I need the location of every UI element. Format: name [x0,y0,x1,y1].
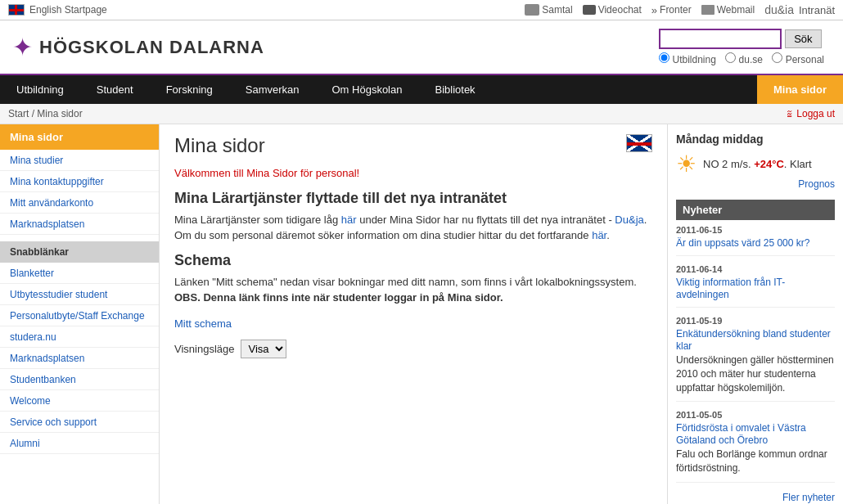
sidebar-link-blanketter[interactable]: Blanketter [10,268,54,279]
news-item-0: 2011-06-15 Är din uppsats värd 25 000 kr… [676,225,835,256]
section2-paragraph: Länken "Mitt schema" nedan visar bokning… [174,274,652,306]
sidebar: Mina sidor Mina studier Mina kontaktuppg… [0,124,160,504]
nav-bibliotek[interactable]: Bibliotek [418,75,491,104]
sidebar-item-studentbanken[interactable]: Studentbanken [0,369,159,390]
news-item-2: 2011-05-19 Enkätundersökning bland stude… [676,316,835,402]
fler-nyheter-link[interactable]: Fler nyheter [782,492,835,503]
visningslage-label: Visningsläge [174,343,234,355]
sidebar-link-service[interactable]: Service och support [10,416,97,428]
sidebar-link-kontakt[interactable]: Mina kontaktuppgifter [10,176,104,187]
schema-link[interactable]: Mitt schema [174,317,232,330]
news-link-1[interactable]: Viktig information från IT-avdelningen [676,277,785,300]
intranat-link[interactable]: du&ia Intranät [764,3,835,16]
har1-link[interactable]: här [341,214,357,226]
samtal-label: Samtal [542,4,572,16]
sidebar-link-alumni[interactable]: Alumni [10,438,40,449]
right-sidebar: Måndag middag ☀ NO 2 m/s. +24°C. Klart P… [667,124,843,504]
news-text-2: Undersökningen gäller höstterminen 2010 … [676,353,835,394]
webmail-label: Webmail [717,4,755,16]
search-area: Sök Utbildning du.se Personal [659,29,831,65]
section2-bold: OBS. Denna länk finns inte när studenter… [174,291,503,304]
nav-mina-sidor-active[interactable]: Mina sidor [757,75,843,104]
sidebar-item-personalutbyte[interactable]: Personalutbyte/Staff Exchange [0,305,159,326]
news-text-3: Falu och Borlänge kommun ordnar förtidsr… [676,448,835,475]
radio-du-se[interactable] [725,52,736,63]
duoja-link[interactable]: Du&ja [615,214,643,226]
sidebar-link-welcome[interactable]: Welcome [10,395,51,407]
section1-paragraph: Mina Lärartjänster som tidigare låg här … [174,212,652,244]
sidebar-item-marknadsplatsen[interactable]: Marknadsplatsen [0,214,159,235]
logout-label: Logga ut [796,108,835,119]
search-button[interactable]: Sök [785,29,821,48]
sidebar-item-marknadsplatsen2[interactable]: Marknadsplatsen [0,348,159,369]
har2-link[interactable]: här [592,229,606,241]
sidebar-item-blanketter[interactable]: Blanketter [0,263,159,284]
nav-samverkan[interactable]: Samverkan [229,75,316,104]
radio-utbildning[interactable] [659,52,669,63]
webmail-link[interactable]: Webmail [701,4,755,16]
news-link-2[interactable]: Enkätundersökning bland studenter klar [676,328,831,352]
users-icon [525,4,539,16]
sidebar-item-service[interactable]: Service och support [0,412,159,433]
temp-label: +24°C [754,158,784,170]
sidebar-item-welcome[interactable]: Welcome [0,390,159,412]
nav-om-hogskolan[interactable]: Om Högskolan [315,75,418,104]
breadcrumb-path: Start / Mina sidor [8,108,83,119]
sidebar-link-marknadsplatsen[interactable]: Marknadsplatsen [10,218,84,230]
search-input[interactable] [659,29,782,49]
news-link-3[interactable]: Förtidsrösta i omvalet i Västra Götaland… [676,422,806,446]
logout-link[interactable]: ⩰ Logga ut [787,107,835,120]
main-layout: Mina sidor Mina studier Mina kontaktuppg… [0,124,843,504]
radio-du-se-label[interactable]: du.se [725,54,765,65]
news-link-0[interactable]: Är din uppsats värd 25 000 kr? [676,237,809,249]
logout-icon: ⩰ [787,107,793,120]
topbar-right: Samtal Videochat » Fronter Webmail du&ia… [525,3,835,16]
sidebar-link-utbytesstudier[interactable]: Utbytesstudier student [10,289,107,300]
english-startpage-link[interactable]: English Startpage [29,4,107,16]
weather-info: NO 2 m/s. +24°C. Klart [703,158,812,170]
sidebar-link-anvandarkonto[interactable]: Mitt användarkonto [10,197,93,209]
videochat-link[interactable]: Videochat [583,4,642,16]
sidebar-item-alumni[interactable]: Alumni [0,433,159,454]
weather-content: ☀ NO 2 m/s. +24°C. Klart [676,151,835,178]
sidebar-link-studera[interactable]: studera.nu [10,331,56,343]
header: ✦ HÖGSKOLAN DALARNA Sök Utbildning du.se… [0,20,843,75]
flag-icon [8,4,25,16]
radio-personal-label[interactable]: Personal [772,54,824,65]
radio-utbildning-label[interactable]: Utbildning [659,54,719,65]
sidebar-link-marknadsplatsen2[interactable]: Marknadsplatsen [10,353,84,364]
radio-personal[interactable] [772,52,782,63]
sidebar-link-personalutbyte[interactable]: Personalutbyte/Staff Exchange [10,310,145,322]
prognos-link[interactable]: Prognos [798,178,835,190]
uk-flag-icon[interactable] [626,134,652,152]
fronter-link[interactable]: » Fronter [651,4,692,16]
sidebar-item-anvandarkonto[interactable]: Mitt användarkonto [0,192,159,214]
content-header: Mina sidor [174,134,652,165]
news-date-0: 2011-06-15 [676,225,835,235]
nav-forskning[interactable]: Forskning [150,75,229,104]
welcome-link[interactable]: Välkommen till Mina Sidor för personal! [174,167,359,179]
content-area: Mina sidor Välkommen till Mina Sidor för… [160,124,667,504]
nav-utbildning[interactable]: Utbildning [0,75,80,104]
visningslage-select[interactable]: Visa [241,340,286,358]
weather-title: Måndag middag [676,133,835,146]
nav-student[interactable]: Student [80,75,150,104]
weather-section: Måndag middag ☀ NO 2 m/s. +24°C. Klart P… [676,133,835,190]
news-date-3: 2011-05-05 [676,410,835,420]
sidebar-item-mina-studier[interactable]: Mina studier [0,150,159,171]
intranat-label: Intranät [799,4,835,16]
sidebar-item-studera[interactable]: studera.nu [0,326,159,348]
sun-icon: ☀ [676,151,696,178]
sidebar-item-kontakt[interactable]: Mina kontaktuppgifter [0,171,159,192]
breadcrumb-start[interactable]: Start [8,108,29,119]
sidebar-link-mina-studier[interactable]: Mina studier [10,155,63,166]
mail-icon [701,5,715,15]
samtal-link[interactable]: Samtal [525,4,572,16]
logo: ✦ HÖGSKOLAN DALARNA [12,33,264,61]
news-item-3: 2011-05-05 Förtidsrösta i omvalet i Väst… [676,410,835,483]
fler-nyheter-container: Fler nyheter [676,491,835,503]
arrows-icon: » [651,4,657,16]
topbar-left: English Startpage [8,4,107,16]
sidebar-link-studentbanken[interactable]: Studentbanken [10,374,76,385]
sidebar-item-utbytesstudier[interactable]: Utbytesstudier student [0,284,159,305]
